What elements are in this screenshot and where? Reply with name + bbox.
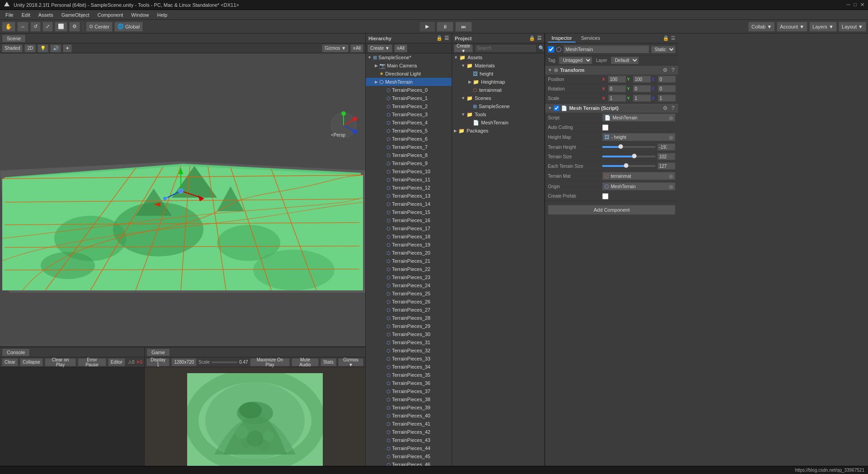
hierarchy-terrain-piece[interactable]: ▶⬡TerrainPieces_22 bbox=[366, 265, 452, 273]
inspector-lock-icon[interactable]: 🔒 bbox=[663, 35, 669, 41]
services-tab[interactable]: Services bbox=[577, 34, 604, 43]
project-tools-folder[interactable]: ▼ 📁 Tools bbox=[452, 110, 544, 118]
transform-tool[interactable]: ⚙ bbox=[69, 22, 80, 32]
hierarchy-terrain-piece[interactable]: ▶⬡TerrainPieces_21 bbox=[366, 257, 452, 265]
collapse-btn[interactable]: Collapse bbox=[20, 358, 43, 366]
hierarchy-terrain-piece[interactable]: ▶⬡TerrainPieces_0 bbox=[366, 86, 452, 94]
scale-tool[interactable]: ⤢ bbox=[42, 22, 53, 32]
script-ref[interactable]: 📄 MeshTerrain ◎ bbox=[602, 114, 675, 122]
project-meshterrain-script[interactable]: ▶ 📄 MeshTerrain bbox=[452, 118, 544, 127]
hierarchy-terrain-piece[interactable]: ▶⬡TerrainPieces_2 bbox=[366, 102, 452, 110]
hierarchy-terrain-piece[interactable]: ▶⬡TerrainPieces_35 bbox=[366, 371, 452, 379]
hierarchy-terrain-piece[interactable]: ▶⬡TerrainPieces_11 bbox=[366, 175, 452, 184]
maximize-on-play-btn[interactable]: Maximize On Play bbox=[250, 358, 290, 366]
scale-z-input[interactable] bbox=[658, 95, 676, 102]
terrain-height-thumb[interactable] bbox=[618, 144, 623, 149]
project-sample-scene[interactable]: ▶ ⊞ SampleScene bbox=[452, 102, 544, 110]
terrain-size-thumb[interactable] bbox=[632, 154, 637, 158]
inspector-tab[interactable]: Inspector bbox=[548, 34, 576, 43]
hierarchy-terrain-piece[interactable]: ▶⬡TerrainPieces_9 bbox=[366, 159, 452, 167]
rot-x-input[interactable] bbox=[608, 85, 626, 92]
tag-dropdown[interactable]: Untagged bbox=[559, 57, 592, 64]
mesh-terrain-enabled-check[interactable] bbox=[554, 105, 559, 111]
menu-help[interactable]: Help bbox=[153, 11, 171, 19]
display-dropdown[interactable]: Display 1 bbox=[146, 358, 170, 366]
rotate-tool[interactable]: ↺ bbox=[30, 22, 41, 32]
pos-z-input[interactable] bbox=[658, 76, 676, 83]
terrain-mat-ref[interactable]: ⬡ terrainmat ◎ bbox=[602, 172, 675, 180]
project-search-input[interactable] bbox=[475, 44, 537, 52]
hierarchy-terrain-piece[interactable]: ▶⬡TerrainPieces_23 bbox=[366, 273, 452, 281]
hierarchy-terrain-piece[interactable]: ▶⬡TerrainPieces_41 bbox=[366, 420, 452, 428]
menu-file[interactable]: File bbox=[2, 11, 17, 19]
height-map-ref[interactable]: 🖼 - height ◎ bbox=[602, 133, 675, 141]
hierarchy-menu-icon[interactable]: ☰ bbox=[444, 35, 449, 41]
rot-y-input[interactable] bbox=[633, 85, 651, 92]
terrain-size-slider[interactable] bbox=[602, 156, 656, 157]
collab-btn[interactable]: Collab ▼ bbox=[748, 22, 775, 32]
hierarchy-terrain-piece[interactable]: ▶⬡TerrainPieces_12 bbox=[366, 184, 452, 192]
create-prefab-checkbox[interactable] bbox=[602, 193, 609, 199]
layout-btn[interactable]: Layout ▼ bbox=[839, 22, 866, 32]
mesh-terrain-help-icon[interactable]: ? bbox=[670, 105, 675, 111]
close-btn[interactable]: ✕ bbox=[860, 2, 864, 8]
resolution-dropdown[interactable]: 1280x720 bbox=[171, 358, 197, 366]
hand-tool[interactable]: ✋ bbox=[2, 22, 15, 32]
terrain-height-input[interactable] bbox=[657, 143, 675, 151]
error-pause-btn[interactable]: Error Pause bbox=[78, 358, 106, 366]
hierarchy-terrain-piece[interactable]: ▶⬡TerrainPieces_3 bbox=[366, 110, 452, 118]
project-create-btn[interactable]: Create ▼ bbox=[454, 44, 473, 52]
hierarchy-terrain-piece[interactable]: ▶⬡TerrainPieces_1 bbox=[366, 94, 452, 102]
project-height-file[interactable]: ▶ 🖼 height bbox=[452, 70, 544, 78]
hierarchy-directional-light[interactable]: ▶ ☀ Directional Light bbox=[366, 70, 452, 78]
project-terrainmat-file[interactable]: ▶ ⬡ terrainmat bbox=[452, 86, 544, 94]
hierarchy-terrain-piece[interactable]: ▶⬡TerrainPieces_4 bbox=[366, 118, 452, 127]
rot-z-input[interactable] bbox=[658, 85, 676, 92]
audio-btn[interactable]: 🔊 bbox=[50, 44, 61, 52]
layer-dropdown[interactable]: Default bbox=[611, 57, 639, 64]
project-scenes-folder[interactable]: ▼ 📁 Scenes bbox=[452, 94, 544, 102]
terrain-size-input[interactable] bbox=[657, 153, 675, 160]
each-terrain-thumb[interactable] bbox=[624, 163, 628, 168]
minimize-btn[interactable]: ─ bbox=[847, 2, 850, 8]
rect-tool[interactable]: ⬜ bbox=[55, 22, 67, 32]
account-btn[interactable]: Account ▼ bbox=[777, 22, 807, 32]
object-name-input[interactable] bbox=[563, 45, 649, 53]
scale-slider[interactable] bbox=[212, 361, 237, 363]
hierarchy-terrain-piece[interactable]: ▶⬡TerrainPieces_26 bbox=[366, 298, 452, 306]
mute-audio-btn[interactable]: Mute Audio bbox=[292, 358, 319, 366]
game-tab[interactable]: Game bbox=[146, 348, 170, 356]
transform-help-icon[interactable]: ? bbox=[670, 67, 675, 73]
game-gizmos-btn[interactable]: Gizmos ▼ bbox=[338, 358, 363, 366]
hierarchy-terrain-piece[interactable]: ▶⬡TerrainPieces_43 bbox=[366, 436, 452, 444]
maximize-btn[interactable]: □ bbox=[854, 2, 857, 8]
hierarchy-terrain-piece[interactable]: ▶⬡TerrainPieces_15 bbox=[366, 208, 452, 216]
hierarchy-terrain-piece[interactable]: ▶⬡TerrainPieces_17 bbox=[366, 224, 452, 232]
pivot-center-btn[interactable]: ⊙ Center bbox=[86, 22, 113, 32]
hierarchy-lock-icon[interactable]: 🔒 bbox=[436, 35, 443, 41]
terrain-height-slider[interactable] bbox=[602, 146, 656, 148]
pause-btn[interactable]: ⏸ bbox=[437, 22, 453, 32]
project-lock-icon[interactable]: 🔒 bbox=[529, 35, 535, 41]
height-map-target-icon[interactable]: ◎ bbox=[669, 135, 673, 140]
origin-ref[interactable]: ⬡ MeshTerrain ◎ bbox=[602, 182, 675, 190]
hierarchy-terrain-piece[interactable]: ▶⬡TerrainPieces_6 bbox=[366, 135, 452, 143]
console-tab[interactable]: Console bbox=[2, 348, 30, 356]
hierarchy-terrain-piece[interactable]: ▶⬡TerrainPieces_19 bbox=[366, 241, 452, 249]
hierarchy-terrain-piece[interactable]: ▶⬡TerrainPieces_24 bbox=[366, 281, 452, 289]
menu-gameobject[interactable]: GameObject bbox=[58, 11, 93, 19]
each-terrain-slider[interactable] bbox=[602, 165, 656, 167]
mesh-terrain-settings-icon[interactable]: ⚙ bbox=[662, 105, 669, 111]
fx-btn[interactable]: ✦ bbox=[63, 44, 72, 52]
transform-settings-icon[interactable]: ⚙ bbox=[662, 67, 669, 73]
hierarchy-create-btn[interactable]: Create ▼ bbox=[368, 44, 392, 52]
project-materials-folder[interactable]: ▼ 📁 Materials bbox=[452, 62, 544, 70]
hierarchy-terrain-piece[interactable]: ▶⬡TerrainPieces_20 bbox=[366, 249, 452, 257]
clear-on-play-btn[interactable]: Clear on Play bbox=[45, 358, 76, 366]
transform-header[interactable]: ▼ ⊕ Transform ⚙ ? bbox=[545, 66, 678, 75]
hierarchy-terrain-piece[interactable]: ▶⬡TerrainPieces_8 bbox=[366, 151, 452, 159]
layers-btn[interactable]: Layers ▼ bbox=[809, 22, 837, 32]
script-target-icon[interactable]: ◎ bbox=[669, 115, 673, 120]
project-packages-folder[interactable]: ▶ 📁 Packages bbox=[452, 127, 544, 135]
hierarchy-terrain-piece[interactable]: ▶⬡TerrainPieces_39 bbox=[366, 403, 452, 412]
